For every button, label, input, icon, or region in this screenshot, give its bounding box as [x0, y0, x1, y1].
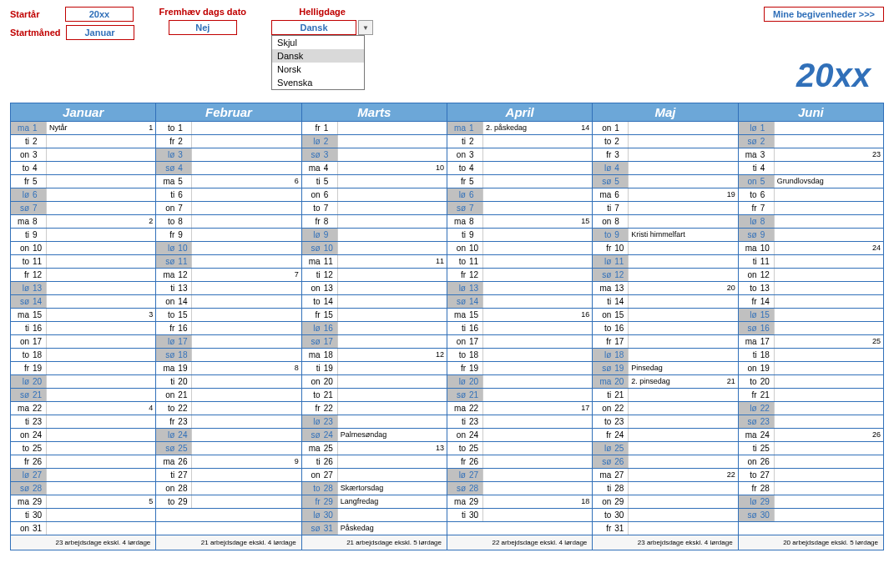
day-cell[interactable]: ma224 [11, 402, 156, 415]
day-cell[interactable]: on8 [593, 215, 738, 229]
day-cell[interactable]: fr8 [301, 215, 447, 229]
day-cell[interactable]: ma1111 [301, 255, 447, 269]
day-cell[interactable]: on19 [738, 362, 883, 375]
day-cell[interactable]: sø30 [738, 509, 883, 522]
day-cell[interactable]: lø15 [738, 309, 883, 322]
highlight-today-input[interactable]: Nej [169, 20, 237, 35]
day-cell[interactable]: ma1812 [301, 349, 447, 362]
day-cell[interactable]: to13 [738, 282, 883, 295]
day-cell[interactable]: sø3 [301, 148, 447, 162]
day-cell[interactable]: fr23 [156, 415, 301, 429]
day-cell[interactable]: fr17 [593, 335, 738, 349]
day-cell[interactable]: fr19 [447, 362, 592, 375]
day-cell[interactable]: ma619 [593, 188, 738, 202]
day-cell[interactable]: fr1 [301, 122, 447, 135]
day-cell[interactable] [447, 522, 592, 535]
day-cell[interactable]: ti7 [593, 202, 738, 215]
day-cell[interactable]: lø27 [11, 469, 156, 482]
day-cell[interactable]: to22 [156, 402, 301, 415]
day-cell[interactable]: lø22 [738, 402, 883, 415]
day-cell[interactable]: ti23 [447, 415, 592, 429]
day-cell[interactable]: to27 [738, 469, 883, 482]
day-cell[interactable]: ti5 [301, 175, 447, 188]
day-cell[interactable]: fr26 [11, 455, 156, 469]
day-cell[interactable]: ti13 [156, 282, 301, 295]
day-cell[interactable]: lø13 [11, 282, 156, 295]
day-cell[interactable]: on3 [447, 148, 592, 162]
day-cell[interactable]: sø14 [447, 295, 592, 309]
day-cell[interactable]: on7 [156, 202, 301, 215]
day-cell[interactable]: sø25 [156, 442, 301, 455]
day-cell[interactable]: lø10 [156, 242, 301, 255]
day-cell[interactable]: ti19 [301, 362, 447, 375]
day-cell[interactable]: lø8 [738, 215, 883, 229]
day-cell[interactable]: lø2 [301, 135, 447, 148]
day-cell[interactable]: ti30 [11, 509, 156, 522]
day-cell[interactable]: ti30 [447, 509, 592, 522]
day-cell[interactable]: ma153 [11, 309, 156, 322]
day-cell[interactable]: to9Kristi himmelfart [593, 229, 738, 242]
day-cell[interactable] [156, 509, 301, 522]
day-cell[interactable]: fr22 [301, 402, 447, 415]
day-cell[interactable]: to20 [738, 375, 883, 389]
day-cell[interactable]: fr12 [11, 269, 156, 282]
day-cell[interactable]: on27 [301, 469, 447, 482]
holidays-select[interactable]: Dansk [271, 20, 356, 35]
day-cell[interactable]: ma202. pinsedag21 [593, 375, 738, 389]
day-cell[interactable]: ti28 [593, 482, 738, 495]
day-cell[interactable]: ti21 [593, 389, 738, 402]
day-cell[interactable]: on5Grundlovsdag [738, 175, 883, 188]
day-cell[interactable] [156, 522, 301, 535]
day-cell[interactable]: ti27 [156, 469, 301, 482]
day-cell[interactable]: ti12 [301, 269, 447, 282]
day-cell[interactable]: on24 [11, 429, 156, 442]
day-cell[interactable]: fr29Langfredag [301, 495, 447, 509]
day-cell[interactable]: fr16 [156, 322, 301, 335]
day-cell[interactable]: ti18 [738, 349, 883, 362]
holidays-option[interactable]: Dansk [272, 49, 364, 63]
day-cell[interactable]: lø13 [447, 282, 592, 295]
day-cell[interactable]: ti16 [11, 322, 156, 335]
day-cell[interactable]: ti11 [738, 255, 883, 269]
day-cell[interactable]: lø29 [738, 495, 883, 509]
day-cell[interactable]: sø9 [738, 229, 883, 242]
day-cell[interactable]: ma2918 [447, 495, 592, 509]
day-cell[interactable]: to25 [447, 442, 592, 455]
chevron-down-icon[interactable]: ▼ [358, 20, 373, 35]
day-cell[interactable]: fr5 [11, 175, 156, 188]
day-cell[interactable]: on17 [11, 335, 156, 349]
day-cell[interactable]: to1 [156, 122, 301, 135]
day-cell[interactable]: ma815 [447, 215, 592, 229]
day-cell[interactable]: fr21 [738, 389, 883, 402]
day-cell[interactable]: ti6 [156, 188, 301, 202]
day-cell[interactable]: lø4 [593, 162, 738, 175]
day-cell[interactable]: sø24Palmesøndag [301, 429, 447, 442]
day-cell[interactable]: sø21 [447, 389, 592, 402]
day-cell[interactable]: on1 [593, 122, 738, 135]
day-cell[interactable]: ti9 [447, 229, 592, 242]
day-cell[interactable]: ma323 [738, 148, 883, 162]
day-cell[interactable]: to15 [156, 309, 301, 322]
day-cell[interactable]: sø5 [593, 175, 738, 188]
day-cell[interactable]: to18 [447, 349, 592, 362]
day-cell[interactable]: ma1320 [593, 282, 738, 295]
day-cell[interactable]: lø27 [447, 469, 592, 482]
day-cell[interactable]: fr19 [11, 362, 156, 375]
day-cell[interactable]: ma1725 [738, 335, 883, 349]
day-cell[interactable]: ma2426 [738, 429, 883, 442]
day-cell[interactable]: sø18 [156, 349, 301, 362]
day-cell[interactable]: sø19Pinsedag [593, 362, 738, 375]
day-cell[interactable]: lø1 [738, 122, 883, 135]
day-cell[interactable]: to16 [593, 322, 738, 335]
day-cell[interactable]: to11 [447, 255, 592, 269]
day-cell[interactable]: to28Skærtorsdag [301, 482, 447, 495]
day-cell[interactable]: ma127 [156, 269, 301, 282]
day-cell[interactable]: ti25 [738, 442, 883, 455]
day-cell[interactable]: lø20 [447, 375, 592, 389]
day-cell[interactable]: fr7 [738, 202, 883, 215]
day-cell[interactable]: to8 [156, 215, 301, 229]
day-cell[interactable]: to23 [593, 415, 738, 429]
day-cell[interactable]: to7 [301, 202, 447, 215]
day-cell[interactable]: to4 [11, 162, 156, 175]
day-cell[interactable]: ma295 [11, 495, 156, 509]
